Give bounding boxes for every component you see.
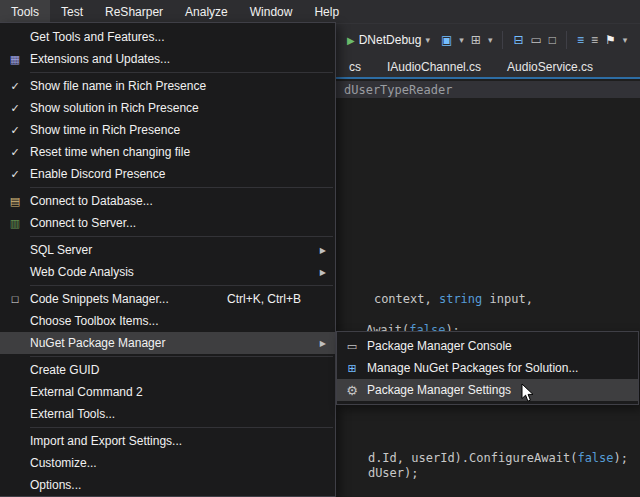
menu-item-gutter: ⊞ <box>337 363 367 374</box>
menu-separator <box>30 236 333 237</box>
menu-item-gutter: ▭ <box>337 341 367 352</box>
menu-item-gutter: ▥ <box>0 218 30 229</box>
menubar-item-test[interactable]: Test <box>50 0 94 23</box>
menubar-item-help[interactable]: Help <box>303 0 350 23</box>
code-line: se); <box>339 484 397 497</box>
code-snippets-icon: □ <box>12 294 19 305</box>
menu-item-options[interactable]: Options... <box>0 474 335 496</box>
menu-item-get-tools-and-features[interactable]: Get Tools and Features... <box>0 26 335 48</box>
menu-item-show-time-rich-presence[interactable]: ✓ Show time in Rich Presence <box>0 119 335 141</box>
bookmark-icon[interactable]: ⚑ <box>605 34 616 46</box>
submenu-item-package-manager-console[interactable]: ▭ Package Manager Console <box>337 335 638 357</box>
checkmark-icon: ✓ <box>10 80 19 93</box>
mouse-cursor-icon <box>521 383 534 403</box>
submenu-item-manage-nuget-packages[interactable]: ⊞ Manage NuGet Packages for Solution... <box>337 357 638 379</box>
cascade-window-icon[interactable]: □ <box>549 34 556 46</box>
menu-item-web-code-analysis[interactable]: Web Code Analysis ▶ <box>0 261 335 283</box>
new-window-icon[interactable]: ▭ <box>530 34 541 46</box>
menu-item-reset-time-when-changing-file[interactable]: ✓ Reset time when changing file <box>0 141 335 163</box>
menu-item-customize[interactable]: Customize... <box>0 452 335 474</box>
menu-item-code-snippets-manager[interactable]: □ Code Snippets Manager... Ctrl+K, Ctrl+… <box>0 288 335 310</box>
toolbar-separator <box>502 31 503 49</box>
menu-item-gutter: ✓ <box>0 124 30 137</box>
menubar-item-resharper[interactable]: ReSharper <box>94 0 174 23</box>
menu-item-import-export-settings[interactable]: Import and Export Settings... <box>0 430 335 452</box>
debug-target-label: DNetDebug <box>359 33 422 47</box>
console-icon: ▭ <box>347 341 357 352</box>
menu-item-extensions-and-updates[interactable]: ▦ Extensions and Updates... <box>0 48 335 70</box>
packages-icon: ⊞ <box>347 363 356 374</box>
checkmark-icon: ✓ <box>10 146 19 159</box>
menu-item-gutter: ✓ <box>0 146 30 159</box>
attach-process-icon[interactable]: ▣ <box>441 34 452 46</box>
menu-item-connect-to-server[interactable]: ▥ Connect to Server... <box>0 212 335 234</box>
menu-separator <box>30 356 333 357</box>
nuget-package-manager-submenu: ▭ Package Manager Console ⊞ Manage NuGet… <box>336 331 639 405</box>
menu-item-gutter: ✓ <box>0 102 30 115</box>
column-layout-icon[interactable]: ⊞ <box>471 34 481 46</box>
menu-item-gutter: □ <box>0 294 30 305</box>
menu-item-gutter: ▦ <box>0 54 30 65</box>
new-item-icon[interactable]: ⊟ <box>513 34 523 46</box>
menu-item-gutter: ⚙ <box>337 384 367 397</box>
submenu-arrow-icon: ▶ <box>320 246 326 255</box>
chevron-down-icon[interactable]: ▾ <box>623 35 628 45</box>
menu-item-gutter: ✓ <box>0 80 30 93</box>
menu-item-shortcut: Ctrl+K, Ctrl+B <box>227 292 335 306</box>
menubar-item-window[interactable]: Window <box>239 0 304 23</box>
submenu-arrow-icon: ▶ <box>320 339 326 348</box>
menu-item-gutter: ▤ <box>0 196 30 207</box>
gear-icon: ⚙ <box>346 384 358 397</box>
checkmark-icon: ✓ <box>10 102 19 115</box>
tab-partial[interactable]: cs <box>336 60 374 74</box>
menubar: Tools Test ReSharper Analyze Window Help <box>0 0 640 23</box>
menu-item-choose-toolbox-items[interactable]: Choose Toolbox Items... <box>0 310 335 332</box>
chevron-down-icon[interactable]: ▾ <box>488 35 493 45</box>
menu-item-create-guid[interactable]: Create GUID <box>0 359 335 381</box>
connect-server-icon: ▥ <box>10 218 20 229</box>
menu-item-show-file-name-rich-presence[interactable]: ✓ Show file name in Rich Presence <box>0 75 335 97</box>
menu-item-show-solution-rich-presence[interactable]: ✓ Show solution in Rich Presence <box>0 97 335 119</box>
menu-separator <box>30 72 333 73</box>
checkmark-icon: ✓ <box>10 124 19 137</box>
menu-separator <box>30 427 333 428</box>
connect-database-icon: ▤ <box>10 196 20 207</box>
editor-navigation-band: dUserTypeReader <box>336 81 640 98</box>
tab-audioservice[interactable]: AudioService.cs <box>494 60 606 74</box>
chevron-down-icon: ▾ <box>425 35 430 45</box>
checkmark-icon: ✓ <box>10 168 19 181</box>
chevron-down-icon[interactable]: ▾ <box>459 35 464 45</box>
menu-separator <box>30 285 333 286</box>
menu-item-enable-discord-presence[interactable]: ✓ Enable Discord Presence <box>0 163 335 185</box>
indent-increase-icon[interactable]: ≡ <box>591 34 598 46</box>
toolbar-separator <box>566 31 567 49</box>
indent-decrease-icon[interactable]: ≡ <box>577 34 584 46</box>
start-debug-button[interactable]: ▶ DNetDebug ▾ <box>343 31 434 49</box>
visual-studio-window: Tools Test ReSharper Analyze Window Help… <box>0 0 640 497</box>
menu-item-external-command-2[interactable]: External Command 2 <box>0 381 335 403</box>
menu-separator <box>30 187 333 188</box>
menu-item-nuget-package-manager[interactable]: NuGet Package Manager ▶ <box>0 332 335 354</box>
play-icon: ▶ <box>347 35 355 46</box>
menu-item-gutter: ✓ <box>0 168 30 181</box>
submenu-item-package-manager-settings[interactable]: ⚙ Package Manager Settings <box>337 379 638 401</box>
nav-type-fragment: dUserTypeReader <box>344 83 452 97</box>
menubar-item-analyze[interactable]: Analyze <box>174 0 239 23</box>
tools-menu: Get Tools and Features... ▦ Extensions a… <box>0 22 336 497</box>
menu-item-external-tools[interactable]: External Tools... <box>0 403 335 425</box>
menu-item-connect-to-database[interactable]: ▤ Connect to Database... <box>0 190 335 212</box>
menubar-item-tools[interactable]: Tools <box>0 0 50 23</box>
document-tabstrip: cs IAudioChannel.cs AudioService.cs <box>336 56 640 79</box>
extensions-icon: ▦ <box>10 54 20 65</box>
tab-iaudiochannel[interactable]: IAudioChannel.cs <box>374 60 494 74</box>
menu-item-sql-server[interactable]: SQL Server ▶ <box>0 239 335 261</box>
submenu-arrow-icon: ▶ <box>320 268 326 277</box>
